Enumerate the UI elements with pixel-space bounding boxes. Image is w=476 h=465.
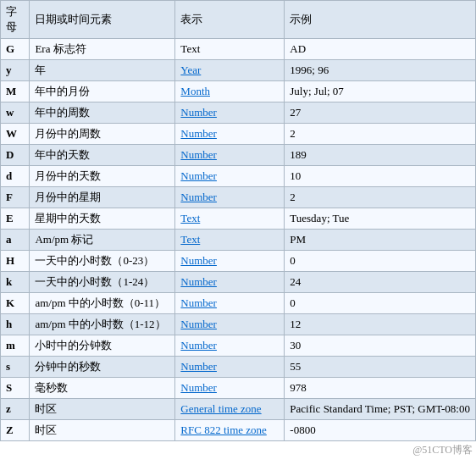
- table-row: D年中的天数Number189: [1, 145, 476, 166]
- cell-repr[interactable]: Number: [175, 272, 285, 293]
- table-row: H一天中的小时数（0-23）Number0: [1, 251, 476, 272]
- cell-repr[interactable]: Number: [175, 378, 285, 399]
- cell-desc: 年中的天数: [30, 145, 175, 166]
- cell-example: 2: [285, 124, 476, 145]
- repr-link[interactable]: Number: [180, 127, 217, 140]
- cell-example: 2: [285, 187, 476, 208]
- datetime-format-table: 字母 日期或时间元素 表示 示例 GEra 标志符TextADy年Year199…: [0, 0, 476, 441]
- table-row: Z时区RFC 822 time zone-0800: [1, 420, 476, 441]
- cell-desc: 时区: [30, 420, 175, 441]
- repr-link[interactable]: Number: [180, 191, 217, 203]
- table-row: F月份中的星期Number2: [1, 187, 476, 208]
- repr-link[interactable]: RFC 822 time zone: [180, 423, 266, 436]
- cell-repr[interactable]: Number: [175, 293, 285, 314]
- cell-char: d: [1, 166, 30, 187]
- cell-repr[interactable]: RFC 822 time zone: [175, 420, 285, 441]
- cell-desc: 月份中的天数: [30, 166, 175, 187]
- cell-example: 24: [285, 272, 476, 293]
- cell-char: z: [1, 399, 30, 420]
- header-char: 字母: [1, 1, 30, 39]
- cell-repr[interactable]: Number: [175, 335, 285, 357]
- repr-link[interactable]: Number: [180, 275, 217, 288]
- cell-example: 27: [285, 102, 476, 124]
- cell-example: July; Jul; 07: [285, 81, 476, 102]
- cell-example: 978: [285, 378, 476, 399]
- table-row: y年Year1996; 96: [1, 60, 476, 81]
- cell-desc: 毫秒数: [30, 378, 175, 399]
- cell-desc: 年中的月份: [30, 81, 175, 102]
- cell-example: AD: [285, 39, 476, 60]
- cell-repr: Text: [175, 39, 285, 60]
- repr-link[interactable]: Number: [180, 296, 217, 309]
- cell-char: D: [1, 145, 30, 166]
- repr-link[interactable]: Number: [180, 169, 217, 182]
- cell-desc: 时区: [30, 399, 175, 420]
- repr-link[interactable]: Text: [180, 233, 200, 246]
- cell-char: S: [1, 378, 30, 399]
- cell-repr[interactable]: Number: [175, 187, 285, 208]
- table-row: aAm/pm 标记TextPM: [1, 230, 476, 251]
- cell-char: s: [1, 357, 30, 378]
- cell-example: PM: [285, 230, 476, 251]
- table-row: GEra 标志符TextAD: [1, 39, 476, 60]
- cell-example: 55: [285, 357, 476, 378]
- cell-repr[interactable]: Number: [175, 145, 285, 166]
- cell-repr[interactable]: Number: [175, 251, 285, 272]
- cell-repr[interactable]: Number: [175, 166, 285, 187]
- cell-char: W: [1, 124, 30, 145]
- repr-link[interactable]: Number: [180, 106, 217, 119]
- cell-example: 10: [285, 166, 476, 187]
- repr-link[interactable]: Month: [180, 85, 210, 97]
- cell-repr[interactable]: Text: [175, 208, 285, 230]
- repr-link[interactable]: General time zone: [180, 402, 261, 415]
- cell-repr[interactable]: Year: [175, 60, 285, 81]
- cell-example: 1996; 96: [285, 60, 476, 81]
- cell-char: H: [1, 251, 30, 272]
- cell-desc: 一天中的小时数（0-23）: [30, 251, 175, 272]
- cell-desc: 一天中的小时数（1-24）: [30, 272, 175, 293]
- cell-repr[interactable]: Text: [175, 230, 285, 251]
- cell-desc: am/pm 中的小时数（0-11）: [30, 293, 175, 314]
- cell-example: 189: [285, 145, 476, 166]
- cell-repr[interactable]: Number: [175, 124, 285, 145]
- table-row: M年中的月份MonthJuly; Jul; 07: [1, 81, 476, 102]
- table-header-row: 字母 日期或时间元素 表示 示例: [1, 1, 476, 39]
- header-example: 示例: [285, 1, 476, 39]
- cell-char: m: [1, 335, 30, 357]
- cell-char: G: [1, 39, 30, 60]
- repr-link[interactable]: Number: [180, 360, 217, 373]
- cell-repr[interactable]: Number: [175, 357, 285, 378]
- cell-repr[interactable]: Number: [175, 102, 285, 124]
- repr-link[interactable]: Number: [180, 318, 217, 330]
- cell-desc: 月份中的星期: [30, 187, 175, 208]
- repr-link[interactable]: Number: [180, 339, 217, 352]
- cell-desc: 年: [30, 60, 175, 81]
- cell-example: 12: [285, 314, 476, 335]
- repr-link[interactable]: Text: [180, 212, 200, 224]
- footer-note: @51CTO博客: [0, 441, 476, 459]
- table-row: s分钟中的秒数Number55: [1, 357, 476, 378]
- cell-desc: 月份中的周数: [30, 124, 175, 145]
- repr-link[interactable]: Number: [180, 148, 217, 161]
- table-row: E星期中的天数TextTuesday; Tue: [1, 208, 476, 230]
- repr-link[interactable]: Number: [180, 381, 217, 394]
- table-row: Kam/pm 中的小时数（0-11）Number0: [1, 293, 476, 314]
- cell-desc: Am/pm 标记: [30, 230, 175, 251]
- repr-link[interactable]: Year: [180, 64, 201, 76]
- cell-repr[interactable]: Number: [175, 314, 285, 335]
- cell-char: a: [1, 230, 30, 251]
- repr-link[interactable]: Number: [180, 254, 217, 267]
- header-desc: 日期或时间元素: [30, 1, 175, 39]
- table-row: z时区General time zonePacific Standard Tim…: [1, 399, 476, 420]
- cell-char: y: [1, 60, 30, 81]
- cell-char: w: [1, 102, 30, 124]
- cell-char: Z: [1, 420, 30, 441]
- cell-repr[interactable]: General time zone: [175, 399, 285, 420]
- cell-example: 0: [285, 251, 476, 272]
- cell-char: h: [1, 314, 30, 335]
- table-row: d月份中的天数Number10: [1, 166, 476, 187]
- cell-char: M: [1, 81, 30, 102]
- cell-repr[interactable]: Month: [175, 81, 285, 102]
- cell-desc: 分钟中的秒数: [30, 357, 175, 378]
- cell-example: -0800: [285, 420, 476, 441]
